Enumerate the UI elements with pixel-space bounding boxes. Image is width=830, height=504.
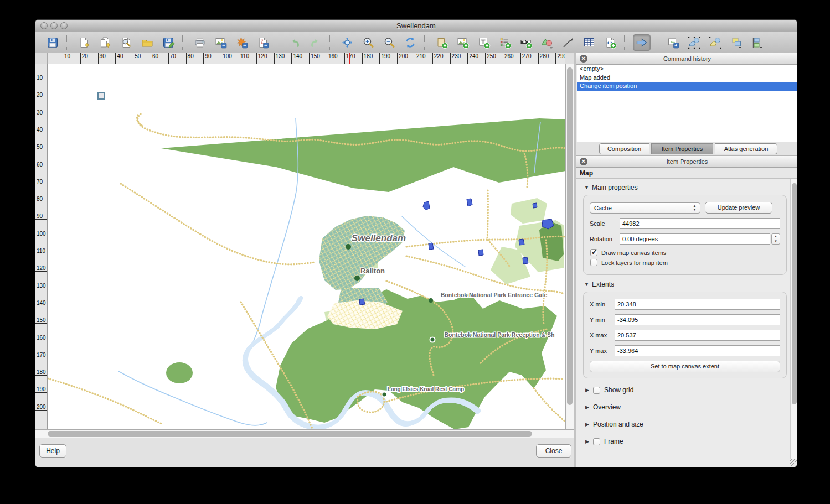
ungroup-items-button[interactable] bbox=[707, 34, 724, 51]
rotation-input[interactable]: 0.00 degrees bbox=[620, 233, 770, 245]
close-button[interactable]: Close bbox=[536, 444, 571, 458]
extents-section-header[interactable]: ▼ Extents bbox=[584, 280, 790, 288]
toolbar-separator bbox=[329, 35, 333, 50]
screen: Swellendam 10203040506070809010011012013… bbox=[0, 0, 830, 504]
item-properties-close-icon[interactable]: ✕ bbox=[580, 158, 587, 165]
resize-grip-icon[interactable] bbox=[790, 459, 797, 466]
load-from-template-icon bbox=[141, 36, 154, 49]
add-new-label-icon bbox=[477, 36, 491, 49]
ruler-left-tick: 120 bbox=[35, 265, 47, 272]
redo-icon bbox=[309, 36, 322, 49]
update-preview-button[interactable]: Update preview bbox=[705, 202, 772, 214]
ruler-left-tick: 90 bbox=[35, 213, 47, 220]
section-label: Frame bbox=[604, 438, 623, 445]
raise-selected-items-button[interactable] bbox=[728, 34, 745, 51]
tab-item-properties[interactable]: Item Properties bbox=[651, 143, 713, 154]
ruler-top-tick: 140 bbox=[291, 53, 302, 64]
duplicate-composition-button[interactable] bbox=[96, 34, 114, 51]
raise-selected-items-icon bbox=[730, 36, 743, 49]
add-new-label-button[interactable] bbox=[475, 34, 493, 51]
x-min-input[interactable]: 20.348 bbox=[615, 299, 780, 310]
rotation-stepper[interactable]: ▲▼ bbox=[771, 233, 780, 245]
ruler-top-tick: 230 bbox=[450, 53, 461, 64]
map-label: Lang Elsies Kraal Rest Camp bbox=[388, 386, 464, 392]
redo-button[interactable] bbox=[307, 34, 324, 51]
print-icon bbox=[193, 36, 207, 49]
undo-button[interactable] bbox=[286, 34, 303, 51]
section-label: Overview bbox=[593, 403, 621, 411]
map-selection-handle[interactable] bbox=[97, 92, 105, 100]
section-label: Show grid bbox=[604, 386, 633, 394]
composition-paper[interactable]: SwellendamRailtonBontebok National Park … bbox=[48, 64, 565, 429]
composition-manager-button[interactable] bbox=[117, 34, 135, 51]
map-poi-dot bbox=[346, 244, 351, 250]
new-composition-button[interactable] bbox=[75, 34, 93, 51]
collapse-triangle-icon: ▼ bbox=[584, 282, 592, 287]
set-to-map-canvas-extent-button[interactable]: Set to map canvas extent bbox=[590, 361, 780, 372]
y-min-input[interactable]: -34.095 bbox=[615, 314, 780, 325]
export-as-image-button[interactable] bbox=[212, 34, 230, 51]
ruler-top-tick: 10 bbox=[63, 53, 70, 64]
canvas-vertical-scrollbar[interactable] bbox=[565, 64, 574, 429]
panel-scroll-thumb[interactable] bbox=[792, 183, 797, 404]
main-properties-section-header[interactable]: ▼ Main properties bbox=[584, 184, 790, 191]
render-mode-combo[interactable]: Cache ▲▼ bbox=[590, 202, 700, 214]
canvas-vscroll-thumb[interactable] bbox=[567, 67, 573, 405]
command-history-close-icon[interactable]: ✕ bbox=[580, 55, 587, 63]
ruler-corner bbox=[35, 53, 48, 64]
move-item-content-button[interactable] bbox=[664, 34, 682, 51]
checkbox-show-grid[interactable] bbox=[593, 387, 600, 394]
panel-tabs: CompositionItem PropertiesAtlas generati… bbox=[576, 142, 797, 156]
help-button[interactable]: Help bbox=[39, 444, 66, 458]
section-position-and-size[interactable]: ▶Position and size bbox=[585, 420, 790, 428]
checkbox-draw-map-canvas-items[interactable] bbox=[590, 249, 597, 256]
panel-scrollbar[interactable] bbox=[790, 179, 797, 459]
render-mode-value: Cache bbox=[594, 205, 612, 211]
zoom-in-button[interactable] bbox=[359, 34, 377, 51]
add-attribute-table-button[interactable] bbox=[580, 34, 598, 51]
tab-composition[interactable]: Composition bbox=[599, 143, 649, 154]
ruler-top-tick: 250 bbox=[485, 53, 496, 64]
map-poi-dot bbox=[354, 276, 360, 281]
save-as-template-button[interactable] bbox=[159, 34, 177, 51]
section-frame[interactable]: ▶Frame bbox=[585, 438, 790, 445]
collapse-triangle-icon: ▶ bbox=[585, 422, 593, 427]
section-overview[interactable]: ▶Overview bbox=[585, 403, 790, 411]
checkbox-lock-layers-for-map-item[interactable] bbox=[590, 259, 597, 266]
checkbox-frame[interactable] bbox=[593, 438, 600, 445]
scale-input[interactable]: 44982 bbox=[620, 218, 780, 229]
command-history-item[interactable]: Map added bbox=[577, 74, 797, 82]
ruler-left-tick: 80 bbox=[35, 196, 47, 202]
tab-atlas-generation[interactable]: Atlas generation bbox=[715, 143, 777, 154]
print-button[interactable] bbox=[191, 34, 209, 51]
zoom-out-button[interactable] bbox=[380, 34, 398, 51]
select-move-item-button[interactable] bbox=[633, 34, 651, 51]
toolbar-separator bbox=[277, 35, 281, 50]
save-project-button[interactable] bbox=[44, 34, 61, 51]
command-history-item[interactable]: <empty> bbox=[577, 65, 797, 74]
add-new-legend-button[interactable] bbox=[496, 34, 514, 51]
x-max-input[interactable]: 20.537 bbox=[615, 330, 780, 341]
canvas-hscroll-thumb[interactable] bbox=[48, 431, 532, 437]
add-arrow-button[interactable] bbox=[559, 34, 577, 51]
group-items-button[interactable] bbox=[685, 34, 703, 51]
add-image-button[interactable] bbox=[454, 34, 472, 51]
align-selected-items-button[interactable] bbox=[749, 34, 766, 51]
refresh-view-button[interactable] bbox=[401, 34, 419, 51]
canvas-horizontal-scrollbar[interactable] bbox=[35, 429, 574, 438]
y-max-input[interactable]: -33.964 bbox=[615, 345, 780, 356]
section-show-grid[interactable]: ▶Show grid bbox=[585, 386, 790, 394]
ruler-top-tick: 260 bbox=[503, 53, 514, 64]
zoom-full-icon bbox=[341, 36, 354, 49]
toolbar-separator bbox=[424, 35, 428, 50]
add-html-frame-button[interactable] bbox=[601, 34, 619, 51]
export-as-svg-button[interactable] bbox=[233, 34, 251, 51]
zoom-full-button[interactable] bbox=[338, 34, 356, 51]
add-html-frame-icon bbox=[604, 36, 617, 49]
add-new-map-button[interactable] bbox=[433, 34, 451, 51]
add-new-scalebar-button[interactable] bbox=[517, 34, 535, 51]
load-from-template-button[interactable] bbox=[138, 34, 156, 51]
export-as-pdf-button[interactable] bbox=[254, 34, 272, 51]
command-history-item[interactable]: Change item position bbox=[577, 82, 797, 91]
add-basic-shape-button[interactable] bbox=[538, 34, 556, 51]
